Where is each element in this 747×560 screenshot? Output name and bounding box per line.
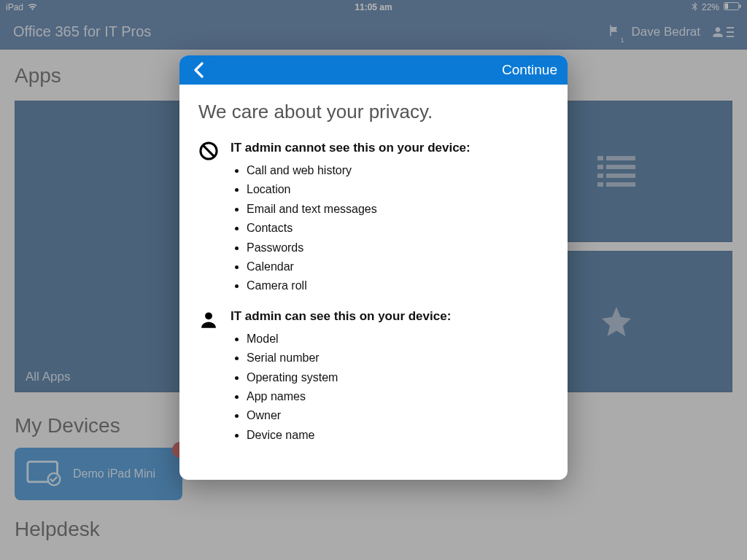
back-button[interactable] <box>190 61 207 79</box>
svg-line-17 <box>203 145 214 156</box>
list-item: Device name <box>247 426 549 445</box>
list-item: Serial number <box>247 349 549 368</box>
list-item: Location <box>247 180 549 199</box>
cannot-see-section: IT admin cannot see this on your device:… <box>198 141 549 296</box>
list-item: Contacts <box>247 219 549 238</box>
list-item: Email and text messages <box>247 200 549 219</box>
privacy-modal: Continue We care about your privacy. IT … <box>179 55 568 480</box>
list-item: Operating system <box>247 368 549 387</box>
list-item: Model <box>247 330 549 349</box>
list-item: Calendar <box>247 257 549 276</box>
list-item: Camera roll <box>247 276 549 295</box>
list-item: Call and web history <box>247 161 549 180</box>
person-icon <box>198 309 220 445</box>
svg-point-18 <box>205 312 212 319</box>
list-item: Passwords <box>247 238 549 257</box>
can-see-section: IT admin can see this on your device: Mo… <box>198 309 549 445</box>
modal-header: Continue <box>179 55 568 85</box>
prohibit-icon <box>198 141 220 296</box>
continue-button[interactable]: Continue <box>502 62 557 78</box>
list-item: App names <box>247 387 549 406</box>
can-see-heading: IT admin can see this on your device: <box>231 309 549 324</box>
can-see-list: Model Serial number Operating system App… <box>231 330 549 445</box>
cannot-see-list: Call and web history Location Email and … <box>231 161 549 296</box>
list-item: Owner <box>247 406 549 425</box>
privacy-title: We care about your privacy. <box>198 101 549 123</box>
cannot-see-heading: IT admin cannot see this on your device: <box>231 141 549 155</box>
chevron-left-icon <box>193 62 204 78</box>
